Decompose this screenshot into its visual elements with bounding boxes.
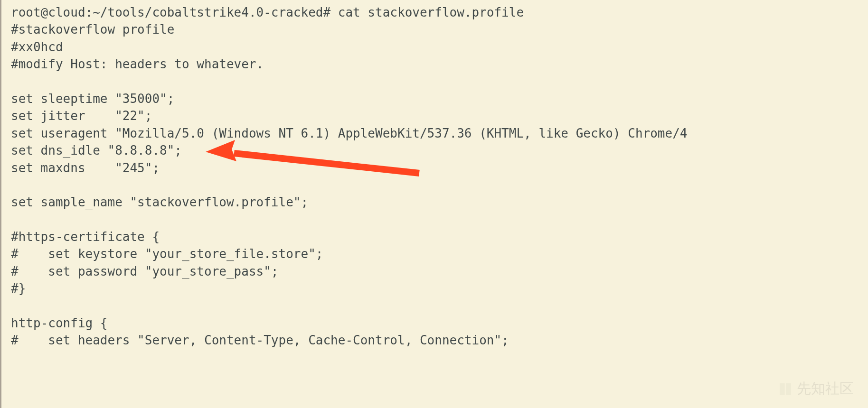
terminal-line xyxy=(11,176,859,194)
svg-marker-0 xyxy=(206,140,236,161)
terminal-output: root@cloud:~/tools/cobaltstrike4.0-crack… xyxy=(11,4,859,349)
terminal-line: #} xyxy=(11,280,859,297)
terminal-line: #modify Host: headers to whatever. xyxy=(11,56,859,73)
terminal-line: set useragent "Mozilla/5.0 (Windows NT 6… xyxy=(11,125,859,142)
terminal-line: set sample_name "stackoverflow.profile"; xyxy=(11,194,859,211)
terminal-line: set sleeptime "35000"; xyxy=(11,90,859,107)
watermark-icon xyxy=(778,381,793,397)
terminal-line: # set password "your_store_pass"; xyxy=(11,263,859,280)
terminal-line: #https-certificate { xyxy=(11,228,859,245)
terminal-line xyxy=(11,211,859,228)
terminal-line: # set keystore "your_store_file.store"; xyxy=(11,245,859,262)
watermark: 先知社区 xyxy=(778,379,854,399)
terminal-line: set maxdns "245"; xyxy=(11,159,859,176)
terminal-line xyxy=(11,297,859,315)
terminal-line: # set headers "Server, Content-Type, Cac… xyxy=(11,332,859,349)
arrow-annotation-icon xyxy=(206,140,424,181)
terminal-line xyxy=(11,73,859,90)
terminal-line: set dns_idle "8.8.8.8"; xyxy=(11,142,859,159)
terminal-line: #stackoverflow profile xyxy=(11,21,859,38)
terminal-line: root@cloud:~/tools/cobaltstrike4.0-crack… xyxy=(11,4,859,21)
watermark-text: 先知社区 xyxy=(797,379,854,399)
terminal-line: http-config { xyxy=(11,315,859,332)
terminal-line: set jitter "22"; xyxy=(11,107,859,124)
terminal-line: #xx0hcd xyxy=(11,38,859,56)
